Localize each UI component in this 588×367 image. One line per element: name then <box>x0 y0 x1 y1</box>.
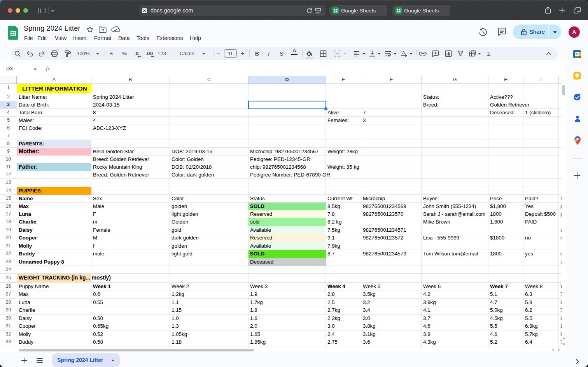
svg-text:31: 31 <box>575 52 579 56</box>
svg-text:A: A <box>402 51 405 55</box>
